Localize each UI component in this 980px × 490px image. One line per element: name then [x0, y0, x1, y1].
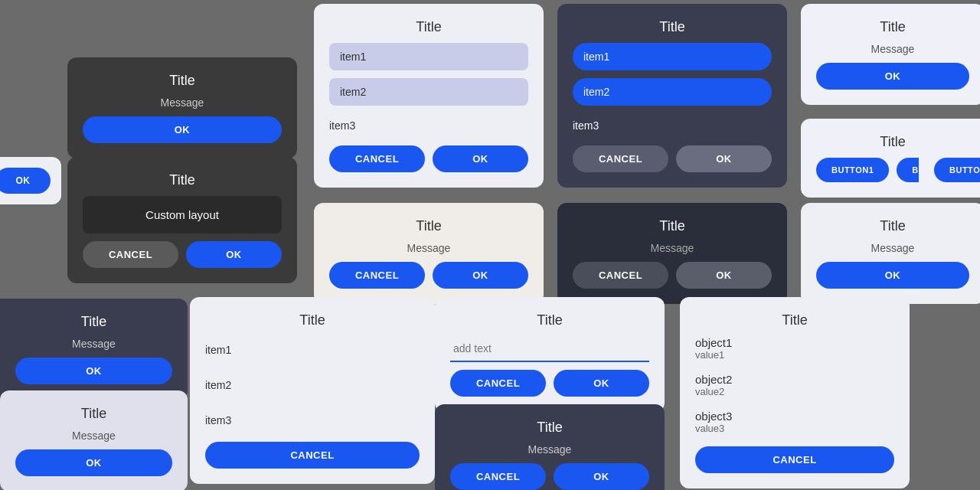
dialog-card-18: Title BUTTON1 BUTTON2	[919, 119, 980, 198]
card7-item2[interactable]: item2	[573, 78, 772, 106]
card1-ok-button[interactable]: OK	[83, 116, 282, 143]
card9-title: Title	[816, 19, 969, 35]
card15-cancel-button[interactable]: CANCEL	[450, 370, 546, 397]
card17-obj3: object3 value3	[695, 410, 894, 434]
card16-ok-button[interactable]: OK	[554, 463, 649, 490]
dialog-card-16: Title Message CANCEL OK	[435, 404, 665, 490]
dialog-card-12: Title Message OK	[0, 299, 188, 400]
card7-title: Title	[573, 19, 772, 35]
dialog-card-2: Title Custom layout CANCEL OK	[67, 157, 297, 283]
dialog-card-7: Title item1 item2 item3 CANCEL OK	[557, 4, 787, 188]
card15-text-input[interactable]	[450, 336, 649, 362]
card6-title: Title	[329, 218, 528, 234]
card16-title: Title	[450, 420, 649, 436]
dialog-card-8: Title Message CANCEL OK	[557, 203, 787, 304]
card16-cancel-button[interactable]: CANCEL	[450, 463, 546, 490]
card2-cancel-button[interactable]: CANCEL	[83, 241, 178, 268]
card7-ok-button[interactable]: OK	[676, 145, 772, 172]
card14-item3[interactable]: item3	[205, 407, 420, 434]
dialog-card-9: Title Message OK	[801, 4, 980, 105]
card5-ok-button[interactable]: OK	[433, 145, 528, 172]
card2-custom-layout: Custom layout	[83, 196, 282, 234]
card6-ok-button[interactable]: OK	[433, 262, 528, 289]
dialog-card-6: Title Message CANCEL OK	[314, 203, 544, 304]
card7-item1[interactable]: item1	[573, 43, 772, 70]
card8-title: Title	[573, 218, 772, 234]
card17-obj2-key: object2	[695, 373, 894, 386]
dialog-card-5: Title item1 item2 item3 CANCEL OK	[314, 4, 544, 188]
card12-title: Title	[15, 314, 172, 330]
card14-item1[interactable]: item1	[205, 336, 420, 364]
dialog-card-17: Title object1 value1 object2 value2 obje…	[680, 297, 910, 488]
card7-item3[interactable]: item3	[573, 113, 772, 138]
card13-message: Message	[15, 430, 172, 442]
card18-button1[interactable]: BUTTON1	[934, 158, 980, 182]
dialog-card-15: Title CANCEL OK	[435, 297, 665, 412]
dialog-card-3: OK	[0, 157, 61, 204]
card13-title: Title	[15, 406, 172, 422]
card15-ok-button[interactable]: OK	[554, 370, 649, 397]
card17-obj2: object2 value2	[695, 373, 894, 397]
card3-ok-button[interactable]: OK	[0, 168, 51, 194]
card5-cancel-button[interactable]: CANCEL	[329, 145, 425, 172]
card10-button1[interactable]: BUTTON1	[816, 158, 889, 182]
card1-title: Title	[83, 73, 282, 89]
card6-cancel-button[interactable]: CANCEL	[329, 262, 425, 289]
card5-title: Title	[329, 19, 528, 35]
card13-ok-button[interactable]: OK	[15, 449, 172, 476]
dialog-card-14: Title item1 item2 item3 CANCEL	[190, 297, 435, 484]
card8-message: Message	[573, 242, 772, 254]
card8-ok-button[interactable]: OK	[676, 262, 772, 289]
card14-item2[interactable]: item2	[205, 371, 420, 399]
card17-obj3-val: value3	[695, 423, 894, 434]
card11-message: Message	[816, 242, 969, 254]
card5-item1[interactable]: item1	[329, 43, 528, 70]
card9-message: Message	[816, 43, 969, 55]
card11-ok-button[interactable]: OK	[816, 262, 969, 289]
card2-ok-button[interactable]: OK	[186, 241, 282, 268]
card17-obj1: object1 value1	[695, 336, 894, 361]
card17-obj1-key: object1	[695, 336, 894, 349]
card6-message: Message	[329, 242, 528, 254]
card8-cancel-button[interactable]: CANCEL	[573, 262, 668, 289]
card5-item2[interactable]: item2	[329, 78, 528, 106]
card1-message: Message	[83, 96, 282, 109]
card5-item3[interactable]: item3	[329, 113, 528, 138]
card12-message: Message	[15, 338, 172, 350]
card17-obj1-val: value1	[695, 349, 894, 361]
card2-title: Title	[83, 172, 282, 188]
dialog-card-1: Title Message OK	[67, 57, 297, 158]
card14-cancel-button[interactable]: CANCEL	[205, 442, 420, 469]
card11-title: Title	[816, 218, 969, 234]
card15-title: Title	[450, 312, 649, 328]
card12-ok-button[interactable]: OK	[15, 358, 172, 384]
card17-obj2-val: value2	[695, 386, 894, 397]
card9-ok-button[interactable]: OK	[816, 63, 969, 90]
card17-cancel-button[interactable]: CANCEL	[695, 446, 894, 473]
dialog-card-13: Title Message OK	[0, 390, 188, 490]
card16-message: Message	[450, 443, 649, 456]
card7-cancel-button[interactable]: CANCEL	[573, 145, 668, 172]
card17-obj3-key: object3	[695, 410, 894, 423]
card14-title: Title	[205, 312, 420, 328]
card17-title: Title	[695, 312, 894, 328]
dialog-card-11: Title Message OK	[801, 203, 980, 304]
card18-title: Title	[934, 134, 980, 150]
